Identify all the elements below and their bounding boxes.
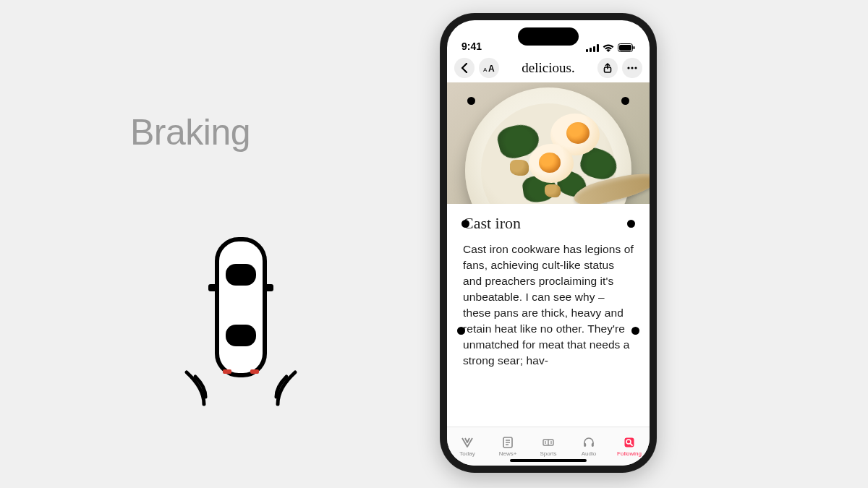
tab-newsplus[interactable]: News+ bbox=[488, 436, 528, 457]
newsplus-icon bbox=[501, 436, 514, 449]
headphones-icon bbox=[582, 436, 595, 449]
status-time: 9:41 bbox=[461, 40, 482, 52]
tab-label: News+ bbox=[499, 450, 517, 457]
article-hero-image bbox=[447, 82, 650, 204]
svg-text:A: A bbox=[483, 67, 488, 72]
motion-cue-dot bbox=[621, 97, 629, 105]
svg-rect-29 bbox=[592, 443, 594, 447]
share-button[interactable] bbox=[597, 58, 618, 78]
svg-rect-13 bbox=[634, 46, 635, 49]
article-body: Cast iron cookware has legions of fans, … bbox=[463, 241, 634, 369]
home-indicator[interactable] bbox=[510, 459, 587, 462]
tab-label: Audio bbox=[582, 450, 596, 457]
source-title: delicious. bbox=[503, 60, 593, 76]
motion-cue-dot bbox=[457, 327, 465, 335]
cellular-icon bbox=[586, 44, 599, 52]
news-icon bbox=[461, 436, 474, 449]
svg-rect-4 bbox=[226, 325, 256, 346]
motion-cue-dot bbox=[467, 97, 475, 105]
more-button[interactable] bbox=[622, 58, 642, 78]
tab-label: Following bbox=[617, 450, 642, 457]
status-indicators bbox=[586, 43, 635, 52]
presentation-slide: Braking 9:41 bbox=[0, 0, 868, 488]
text-size-button[interactable]: AA bbox=[479, 58, 499, 78]
tab-label: Sports bbox=[540, 450, 556, 457]
motion-cue-dot bbox=[627, 220, 635, 228]
dynamic-island bbox=[518, 27, 579, 46]
svg-text:A: A bbox=[488, 64, 495, 72]
car-braking-icon bbox=[179, 235, 302, 437]
tab-following[interactable]: Following bbox=[609, 436, 650, 457]
article-content[interactable]: Cast iron Cast iron cookware has legions… bbox=[447, 204, 650, 427]
svg-rect-1 bbox=[208, 284, 217, 291]
back-button[interactable] bbox=[454, 58, 475, 78]
tab-bar: Today News+ Sports Audio Following bbox=[447, 427, 650, 466]
svg-rect-5 bbox=[223, 369, 231, 374]
tab-sports[interactable]: Sports bbox=[528, 436, 569, 457]
svg-rect-9 bbox=[593, 46, 595, 52]
svg-rect-8 bbox=[590, 48, 592, 52]
feature-label: Braking bbox=[130, 111, 250, 153]
article-title: Cast iron bbox=[463, 214, 634, 233]
tab-today[interactable]: Today bbox=[447, 436, 488, 457]
svg-rect-6 bbox=[250, 369, 259, 374]
svg-point-19 bbox=[634, 67, 637, 69]
svg-point-17 bbox=[627, 67, 629, 69]
svg-rect-12 bbox=[619, 45, 631, 51]
following-icon bbox=[623, 436, 636, 449]
battery-icon bbox=[618, 43, 635, 52]
svg-rect-10 bbox=[597, 44, 599, 52]
svg-rect-0 bbox=[217, 239, 265, 375]
svg-rect-7 bbox=[586, 49, 588, 52]
svg-rect-3 bbox=[226, 264, 256, 286]
phone-screen: 9:41 AA delicious. bbox=[447, 20, 650, 466]
tab-label: Today bbox=[459, 450, 475, 457]
svg-point-18 bbox=[631, 67, 633, 69]
svg-rect-2 bbox=[265, 284, 273, 291]
article-nav-bar: AA delicious. bbox=[447, 53, 650, 82]
motion-cue-dot bbox=[631, 327, 639, 335]
motion-cue-dot bbox=[461, 220, 469, 228]
tab-audio[interactable]: Audio bbox=[569, 436, 609, 457]
sports-icon bbox=[542, 436, 555, 449]
wifi-icon bbox=[603, 44, 614, 52]
svg-rect-28 bbox=[584, 443, 586, 447]
iphone-mock: 9:41 AA delicious. bbox=[440, 13, 657, 473]
